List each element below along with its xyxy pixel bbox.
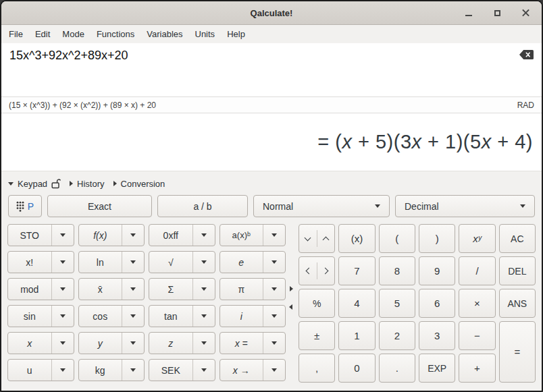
key-z-dropdown[interactable] bbox=[192, 333, 215, 354]
result-display[interactable]: = (x + 5)(3x + 1)(5x + 4) bbox=[1, 113, 542, 171]
key-x-equals-dropdown[interactable] bbox=[263, 333, 285, 354]
keypad-page-prev-icon[interactable] bbox=[289, 304, 292, 310]
key-tan-dropdown[interactable] bbox=[192, 306, 215, 327]
key-ans[interactable]: ANS bbox=[499, 289, 536, 318]
key-percent[interactable]: % bbox=[299, 289, 335, 318]
key-u-dropdown[interactable] bbox=[51, 360, 74, 381]
key-ln-dropdown[interactable] bbox=[122, 252, 144, 273]
key-7[interactable]: 7 bbox=[338, 256, 375, 285]
number-base-select[interactable]: Decimal bbox=[395, 195, 535, 217]
key-pi-main[interactable]: π bbox=[220, 279, 263, 300]
key-fx-dropdown[interactable] bbox=[122, 225, 144, 246]
key-mod-main[interactable]: mod bbox=[8, 279, 51, 300]
key-plus-minus[interactable]: ± bbox=[299, 321, 335, 350]
exact-mode-button[interactable]: Exact bbox=[47, 195, 152, 217]
keypad-toggle[interactable]: Keypad bbox=[8, 178, 61, 189]
key-plus[interactable]: + bbox=[459, 354, 495, 383]
key-paren-x[interactable]: (x) bbox=[338, 224, 375, 253]
key-3[interactable]: 3 bbox=[419, 321, 455, 350]
key-x-dropdown[interactable] bbox=[51, 333, 74, 354]
lock-open-icon[interactable] bbox=[51, 178, 61, 189]
key-sek-dropdown[interactable] bbox=[192, 360, 215, 381]
key-u-main[interactable]: u bbox=[8, 360, 51, 381]
key-0xff-main[interactable]: 0xff bbox=[149, 225, 192, 246]
key-ln-main[interactable]: ln bbox=[79, 252, 122, 273]
menu-edit[interactable]: Edit bbox=[29, 25, 56, 43]
key-i-main[interactable]: i bbox=[220, 306, 263, 327]
key-a-x-power-b-dropdown[interactable] bbox=[263, 225, 285, 246]
key-sto-dropdown[interactable] bbox=[51, 225, 74, 246]
key-divide[interactable]: / bbox=[459, 256, 495, 285]
key-sqrt-dropdown[interactable] bbox=[192, 252, 215, 273]
key-2[interactable]: 2 bbox=[379, 321, 415, 350]
minimize-button[interactable] bbox=[463, 7, 474, 18]
key-0[interactable]: 0 bbox=[338, 354, 375, 383]
key-sek-main[interactable]: SEK bbox=[149, 360, 192, 381]
key-8[interactable]: 8 bbox=[379, 256, 415, 285]
backspace-icon[interactable] bbox=[519, 50, 534, 59]
key-factorial-main[interactable]: x! bbox=[8, 252, 51, 273]
key-close-paren[interactable]: ) bbox=[419, 224, 455, 253]
key-equals[interactable]: = bbox=[499, 321, 536, 383]
key-factorial-dropdown[interactable] bbox=[51, 252, 74, 273]
cursor-left-button[interactable] bbox=[299, 257, 317, 285]
key-minus[interactable]: − bbox=[459, 321, 495, 350]
key-1[interactable]: 1 bbox=[338, 321, 375, 350]
key-x-main[interactable]: x bbox=[8, 333, 51, 354]
keypad-page-next-icon[interactable] bbox=[290, 286, 293, 291]
key-exp[interactable]: EXP bbox=[419, 354, 455, 383]
key-z-main[interactable]: z bbox=[149, 333, 192, 354]
close-button[interactable] bbox=[520, 7, 531, 18]
key-kg-dropdown[interactable] bbox=[122, 360, 144, 381]
scroll-up-button[interactable] bbox=[317, 225, 335, 252]
key-x-convert-main[interactable]: x → bbox=[220, 360, 263, 381]
key-e-dropdown[interactable] bbox=[263, 252, 285, 273]
key-sqrt-main[interactable]: √ bbox=[149, 252, 192, 273]
menu-mode[interactable]: Mode bbox=[56, 25, 90, 43]
key-multiply[interactable]: × bbox=[459, 289, 495, 318]
scroll-down-button[interactable] bbox=[299, 225, 317, 252]
key-cos-main[interactable]: cos bbox=[79, 306, 122, 327]
key-dot[interactable]: . bbox=[379, 354, 415, 383]
key-mod-dropdown[interactable] bbox=[51, 279, 74, 300]
key-i-dropdown[interactable] bbox=[263, 306, 285, 327]
key-9[interactable]: 9 bbox=[419, 256, 455, 285]
key-mean-dropdown[interactable] bbox=[122, 279, 144, 300]
menu-variables[interactable]: Variables bbox=[140, 25, 188, 43]
key-sin-main[interactable]: sin bbox=[8, 306, 51, 327]
key-mean-main[interactable]: x̄ bbox=[79, 279, 122, 300]
key-x-convert-dropdown[interactable] bbox=[263, 360, 285, 381]
key-sin-dropdown[interactable] bbox=[51, 306, 74, 327]
menu-file[interactable]: File bbox=[3, 25, 29, 43]
key-0xff-dropdown[interactable] bbox=[192, 225, 215, 246]
cursor-right-button[interactable] bbox=[317, 257, 335, 285]
key-sto-main[interactable]: STO bbox=[8, 225, 51, 246]
key-ac[interactable]: AC bbox=[499, 224, 536, 253]
key-tan-main[interactable]: tan bbox=[149, 306, 192, 327]
key-sum-main[interactable]: Σ bbox=[149, 279, 192, 300]
key-x-equals-main[interactable]: x = bbox=[220, 333, 263, 354]
fraction-mode-button[interactable]: a / b bbox=[157, 195, 248, 217]
key-y-dropdown[interactable] bbox=[122, 333, 144, 354]
menu-functions[interactable]: Functions bbox=[90, 25, 140, 43]
history-toggle[interactable]: History bbox=[70, 179, 104, 189]
key-e-main[interactable]: e bbox=[220, 252, 263, 273]
key-kg-main[interactable]: kg bbox=[79, 360, 122, 381]
menu-help[interactable]: Help bbox=[221, 25, 251, 43]
key-y-main[interactable]: y bbox=[79, 333, 122, 354]
key-comma[interactable]: , bbox=[299, 354, 335, 383]
key-cos-dropdown[interactable] bbox=[122, 306, 144, 327]
display-mode-select[interactable]: Normal bbox=[253, 195, 390, 217]
maximize-button[interactable] bbox=[492, 7, 502, 18]
programming-mode-button[interactable]: P bbox=[8, 195, 42, 217]
expression-input[interactable]: 15x^3+92x^2+89x+20 bbox=[1, 43, 542, 96]
menu-units[interactable]: Units bbox=[189, 25, 222, 43]
key-6[interactable]: 6 bbox=[419, 289, 455, 318]
key-fx-main[interactable]: f(x) bbox=[79, 225, 122, 246]
angle-mode-indicator[interactable]: RAD bbox=[517, 101, 534, 110]
key-sum-dropdown[interactable] bbox=[192, 279, 215, 300]
key-del[interactable]: DEL bbox=[499, 256, 536, 285]
key-a-x-power-b-main[interactable]: a(x)ᵇ bbox=[220, 225, 263, 246]
key-power[interactable]: xʸ bbox=[459, 224, 495, 253]
conversion-toggle[interactable]: Conversion bbox=[113, 179, 165, 189]
